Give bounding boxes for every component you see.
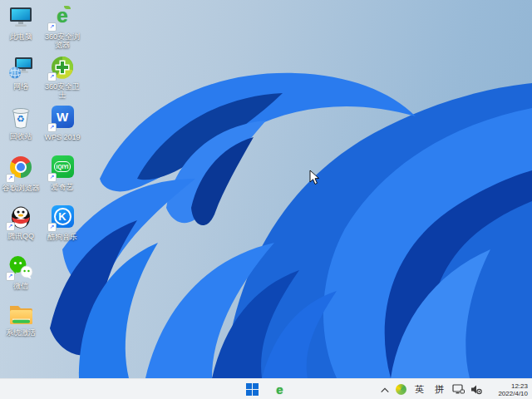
wechat-icon: ↗ [7,254,34,279]
hidden-icons-chevron[interactable] [380,386,390,394]
desktop-icon-label: 360安全卫士 [42,82,83,99]
network-icon [7,55,34,80]
recycle-bin-icon: ♻ [7,105,34,130]
shortcut-arrow-icon: ↗ [47,173,57,182]
clock-time: 12:23 [491,382,528,390]
desktop-icon-label: 爱奇艺 [42,183,83,191]
clock-date: 2022/4/10 [491,390,528,397]
wps-icon: W ↗ [49,106,76,131]
desktop-icon-wechat[interactable]: ↗ 微信 [0,254,42,290]
desktop-icon-label: WPS 2019 [42,133,83,141]
ime-pinyin-indicator[interactable]: 拼 [432,383,446,396]
360-browser-icon: e ↗ [49,5,76,30]
display-network-icon[interactable] [452,384,465,395]
360-guard-icon: ↗ [49,55,76,80]
desktop-icon-qq[interactable]: ↗ 腾讯QQ [0,204,42,240]
desktop-icon-activation-folder[interactable]: 系统激活 [0,301,42,337]
desktop-icon-this-pc[interactable]: 此电脑 [0,5,42,41]
desktop-icon-label: 腾讯QQ [0,232,42,240]
system-tray: 英 拼 12:23 2022/4/10 [380,379,532,399]
desktop-icon-chrome[interactable]: ↗ 谷歌浏览器 [0,155,42,192]
desktop-icon-label: 网络 [0,82,42,91]
desktop: 此电脑 网络 ♻ [0,0,532,399]
shortcut-arrow-icon: ↗ [47,22,57,32]
kugou-icon: K ↗ [49,205,76,230]
desktop-icon-label: 微信 [0,282,42,290]
svg-text:♻: ♻ [17,114,25,124]
360-browser-icon: e [276,383,283,397]
taskbar: e 英 拼 12:23 2022/4/10 [0,378,532,399]
desktop-icon-kugou[interactable]: K ↗ 酷狗音乐 [42,204,83,241]
desktop-icon-iqiyi[interactable]: iQIYI ↗ 爱奇艺 [42,155,83,191]
this-pc-icon [7,5,34,30]
desktop-icon-recycle-bin[interactable]: ♻ 回收站 [0,105,42,140]
desktop-icon-label: 此电脑 [0,32,42,41]
qq-penguin-icon: ↗ [7,204,34,229]
shortcut-arrow-icon: ↗ [6,272,15,281]
desktop-icon-360-guard[interactable]: ↗ 360安全卫士 [42,55,83,99]
desktop-icon-label: 系统激活 [0,328,42,337]
desktop-icon-360-browser[interactable]: e ↗ 360安全浏览器 [42,5,83,49]
volume-settings-icon[interactable] [470,384,482,395]
ime-english-indicator[interactable]: 英 [412,383,426,396]
shortcut-arrow-icon: ↗ [6,174,15,183]
shortcut-arrow-icon: ↗ [47,223,57,232]
chrome-icon: ↗ [7,156,34,181]
shortcut-arrow-icon: ↗ [6,222,15,231]
desktop-icon-label: 酷狗音乐 [42,233,83,241]
leaf-icon [64,6,71,9]
folder-icon [7,301,34,326]
desktop-icon-label: 谷歌浏览器 [0,184,42,192]
taskbar-clock[interactable]: 12:23 2022/4/10 [491,382,528,397]
desktop-icon-label: 360安全浏览器 [42,32,83,49]
360-guard-tray-icon[interactable] [396,384,406,395]
iqiyi-icon: iQIYI ↗ [49,155,76,180]
desktop-icon-label: 回收站 [0,132,42,140]
taskbar-360-browser-button[interactable]: e [272,381,288,398]
shortcut-arrow-icon: ↗ [47,123,57,132]
windows-logo-icon [246,383,259,396]
desktop-icon-network[interactable]: 网络 [0,55,42,91]
start-button[interactable] [244,381,261,398]
desktop-icon-wps[interactable]: W ↗ WPS 2019 [42,105,83,141]
shortcut-arrow-icon: ↗ [47,72,57,81]
mouse-cursor [309,170,320,185]
